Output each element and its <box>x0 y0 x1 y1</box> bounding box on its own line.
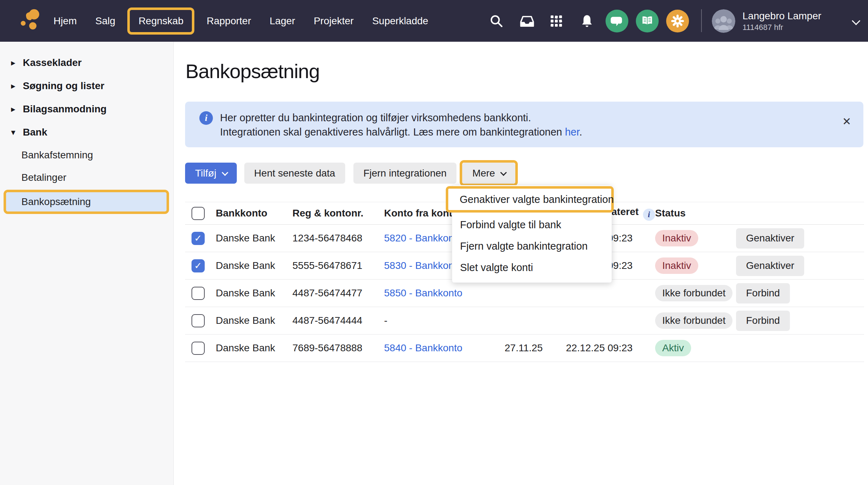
reg-kontonr-cell: 1234-56478468 <box>292 233 384 244</box>
status-cell: Ikke forbundet <box>655 285 736 301</box>
chat-support-icon[interactable] <box>606 0 628 42</box>
sidebar-section-label: Kasseklader <box>23 57 82 68</box>
banner-line2: Integrationen skal genaktiveres halvårli… <box>220 125 582 139</box>
row-checkbox-cell: ✓ <box>185 259 216 272</box>
action-cell: Forbind <box>736 311 864 331</box>
sidebar-item-bankafstemning[interactable]: Bankafstemning <box>0 144 173 166</box>
menu-item-slet-valgte-konti[interactable]: Slet valgte konti <box>452 257 612 278</box>
row-checkbox[interactable]: ✓ <box>192 232 205 245</box>
status-cell: Inaktiv <box>655 230 736 246</box>
row-checkbox-cell <box>185 342 216 355</box>
reg-kontonr-cell: 7689-56478888 <box>292 342 384 354</box>
sidebar: ▸Kasseklader▸Søgning og lister▸Bilagsanm… <box>0 42 174 485</box>
action-cell: Forbind <box>736 283 864 303</box>
fjern-integrationen-button[interactable]: Fjern integrationen <box>353 163 456 184</box>
status-badge: Aktiv <box>655 340 691 356</box>
chevron-down-icon <box>500 169 507 176</box>
main-content: Bankopsætning i Her opretter du bankinte… <box>174 42 868 485</box>
nav-item-hjem[interactable]: Hjem <box>53 15 77 27</box>
konto-link[interactable]: 5820 - Bankkonto <box>384 233 463 244</box>
search-icon[interactable] <box>489 0 504 42</box>
status-badge: Inaktiv <box>655 230 698 246</box>
user-name: Langebro Lamper <box>742 10 821 22</box>
status-badge: Inaktiv <box>655 257 698 274</box>
reg-kontonr-cell: 5555-56478671 <box>292 260 384 271</box>
sidebar-item-bankopsætning[interactable]: Bankopsætning <box>6 192 167 211</box>
row-action-button[interactable]: Forbind <box>736 283 790 303</box>
chevron-down-icon <box>221 169 228 176</box>
sidebar-section-kasseklader[interactable]: ▸Kasseklader <box>0 51 173 74</box>
toolbar: Tilføj Hent seneste data Fjern integrati… <box>185 160 518 186</box>
banner-her-link[interactable]: her <box>565 126 579 138</box>
row-checkbox[interactable]: ✓ <box>192 259 205 272</box>
konto-link[interactable]: 5840 - Bankkonto <box>384 342 463 353</box>
menu-item-genaktiver-valgte-bankintegration[interactable]: Genaktiver valgte bankintegration <box>448 189 611 210</box>
action-cell: Genaktiver <box>736 256 864 276</box>
menu-item-forbind-valgte-til-bank[interactable]: Forbind valgte til bank <box>452 214 612 235</box>
nav-item-lager[interactable]: Lager <box>270 15 295 27</box>
status-badge: Ikke forbundet <box>655 285 732 301</box>
hent-seneste-data-button[interactable]: Hent seneste data <box>244 163 345 184</box>
sidebar-section-bank[interactable]: ▾Bank <box>0 121 173 144</box>
date2-cell: 22.12.25 09:23 <box>566 342 655 354</box>
caret-right-icon: ▸ <box>11 58 17 68</box>
bankkonto-cell: Danske Bank <box>216 233 292 244</box>
row-checkbox[interactable] <box>192 314 205 327</box>
nav-item-salg[interactable]: Salg <box>95 15 115 27</box>
sidebar-section-label: Bank <box>23 127 47 138</box>
help-book-icon[interactable] <box>636 0 659 42</box>
konto-link[interactable]: 5830 - Bankkonto <box>384 260 463 271</box>
banner-line1: Her opretter du bankintegration og tilfø… <box>220 111 582 125</box>
reg-kontonr-cell: 4487-56474444 <box>292 315 384 326</box>
user-menu[interactable]: Langebro Lamper 1114687 hfr <box>742 10 821 32</box>
select-all-checkbox[interactable] <box>192 207 205 220</box>
sidebar-item-betalinger[interactable]: Betalinger <box>0 166 173 189</box>
row-checkbox[interactable] <box>192 342 205 355</box>
row-checkbox-cell <box>185 287 216 300</box>
user-avatar[interactable] <box>712 9 735 33</box>
menu-item-fjern-valgte-bankintegration[interactable]: Fjern valgte bankintegration <box>452 235 612 257</box>
sidebar-section-label: Bilagsanmodning <box>23 103 107 115</box>
row-action-button[interactable]: Forbind <box>736 311 790 331</box>
row-checkbox-cell <box>185 314 216 327</box>
sidebar-section-bilagsanmodning[interactable]: ▸Bilagsanmodning <box>0 97 173 121</box>
column-info-icon[interactable]: i <box>643 209 655 221</box>
column-header-bankkonto: Bankkonto <box>216 208 292 219</box>
nav-item-regnskab[interactable]: Regnskab <box>138 15 183 27</box>
table-row: Danske Bank4487-564744775850 - Bankkonto… <box>185 280 864 307</box>
banner-close-icon[interactable]: ✕ <box>842 115 851 128</box>
konto-cell: 5850 - Bankkonto <box>384 287 505 299</box>
annotation-mere-button: Mere <box>460 160 518 186</box>
header-checkbox-cell <box>185 207 216 220</box>
tilfoj-button[interactable]: Tilføj <box>185 163 237 184</box>
nav-item-rapporter[interactable]: Rapporter <box>206 15 251 27</box>
table-row: Danske Bank4487-56474444-Ikke forbundetF… <box>185 307 864 335</box>
app-logo-icon[interactable] <box>14 5 46 37</box>
mere-button[interactable]: Mere <box>462 163 515 184</box>
sidebar-section-s-gning-og-lister[interactable]: ▸Søgning og lister <box>0 74 173 97</box>
bankkonto-cell: Danske Bank <box>216 287 292 299</box>
konto-cell: 5840 - Bankkonto <box>384 342 505 354</box>
status-cell: Aktiv <box>655 340 736 356</box>
column-header-reg-kontonr: Reg & kontonr. <box>292 208 384 219</box>
apps-grid-icon[interactable] <box>550 0 563 42</box>
annotation-menu-item: Genaktiver valgte bankintegration <box>446 186 614 213</box>
row-checkbox[interactable] <box>192 287 205 300</box>
nav-item-superkladde[interactable]: Superkladde <box>372 15 428 27</box>
reg-kontonr-cell: 4487-56474477 <box>292 287 384 299</box>
annotation-nav-item: Regnskab <box>127 7 194 35</box>
row-checkbox-cell: ✓ <box>185 232 216 245</box>
row-action-button[interactable]: Genaktiver <box>736 228 804 249</box>
nav-item-projekter[interactable]: Projekter <box>314 15 354 27</box>
inbox-tray-icon[interactable] <box>520 0 534 42</box>
user-company-id: 1114687 hfr <box>742 22 821 32</box>
row-action-button[interactable]: Genaktiver <box>736 256 804 276</box>
settings-gear-icon[interactable] <box>666 0 689 42</box>
notifications-bell-icon[interactable] <box>581 0 593 42</box>
konto-link[interactable]: 5850 - Bankkonto <box>384 287 463 298</box>
action-cell: Genaktiver <box>736 228 864 249</box>
info-banner: i Her opretter du bankintegration og til… <box>185 102 863 147</box>
user-chevron-down-icon[interactable] <box>852 16 860 25</box>
caret-right-icon: ▸ <box>11 81 17 91</box>
main-nav: HjemSalgRegnskabRapporterLagerProjekterS… <box>53 0 428 42</box>
